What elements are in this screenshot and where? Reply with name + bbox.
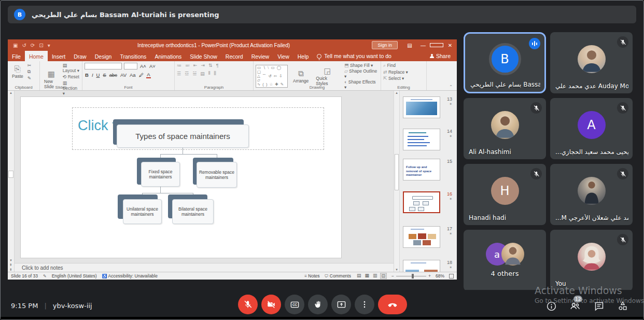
- shapes-palette[interactable]: ▭ ∖ ⧵ ▭ ◯ ▢ △ ⌒ ↺ ⇦ ⇩ ▱ ∿ ( ) ☆ ✚ ✎: [256, 65, 288, 88]
- highlight-button[interactable]: 🖉: [138, 72, 145, 78]
- scroll-up-icon[interactable]: ▴: [8, 91, 14, 95]
- undo-icon[interactable]: ↺: [22, 43, 26, 48]
- smartart-icon[interactable]: ⫼: [214, 71, 216, 76]
- columns-icon[interactable]: ⫴: [208, 71, 211, 76]
- chart-removable-box[interactable]: Removable space maintainers: [197, 162, 237, 188]
- tab-help[interactable]: Help: [293, 51, 313, 61]
- notes-toggle[interactable]: ≡ Notes: [304, 273, 319, 279]
- chart-fixed-box[interactable]: Fixed space maintainers: [141, 162, 180, 187]
- scroll-down-icon[interactable]: ▾: [394, 268, 399, 272]
- slideshow-view-icon[interactable]: ⊡: [380, 273, 387, 279]
- copy-icon[interactable]: ⧉: [27, 69, 32, 75]
- tile-aaraji[interactable]: ...M محمد علي شعلان الأعرجي: [550, 164, 633, 225]
- slide-canvas[interactable]: Click to Types of space maintainers: [20, 96, 342, 258]
- tab-transitions[interactable]: Transitions: [116, 51, 150, 61]
- tab-view[interactable]: View: [273, 51, 293, 61]
- grow-font-icon[interactable]: A˄: [139, 63, 147, 69]
- align-center-icon[interactable]: ☲: [185, 71, 189, 76]
- format-painter-icon[interactable]: ✎: [27, 76, 32, 81]
- tab-slideshow[interactable]: Slide Show: [186, 51, 221, 61]
- cut-icon[interactable]: ✂: [27, 63, 32, 68]
- tile-hajazi[interactable]: A ...ذراء يحيى محمد سعيد الحجازي: [550, 98, 633, 159]
- qat-dropdown-icon[interactable]: ▾: [48, 43, 50, 48]
- close-button[interactable]: ✕: [443, 43, 457, 48]
- quick-styles-button[interactable]: ◲ Quick Styles: [314, 66, 341, 87]
- font-size-box[interactable]: [124, 63, 137, 69]
- collapse-ribbon-icon[interactable]: ⌃: [445, 85, 457, 90]
- chart-bilateral-box[interactable]: Bilateral space maintainers: [172, 199, 214, 224]
- tile-ali[interactable]: Ali Al-hashimi: [464, 98, 546, 159]
- increase-indent-icon[interactable]: ⇥: [201, 63, 205, 68]
- tab-draw[interactable]: Draw: [69, 51, 91, 61]
- show-participants-button[interactable]: 12: [569, 300, 581, 312]
- chat-button[interactable]: [593, 300, 605, 312]
- zoom-level[interactable]: 68%: [436, 273, 444, 279]
- replace-button[interactable]: ⇄ Replace ▾: [383, 69, 424, 75]
- raise-hand-button[interactable]: [308, 295, 328, 314]
- scroll-up-icon[interactable]: ▴: [394, 91, 399, 95]
- notes-pane[interactable]: Click to add notes: [15, 263, 394, 272]
- sign-in-button[interactable]: Sign in: [372, 41, 398, 49]
- accessibility-status[interactable]: ♿ Accessibility: Unavailable: [102, 273, 158, 279]
- tab-animations[interactable]: Animations: [150, 51, 186, 61]
- thumbnail-slide-15[interactable]: Follow up and removal of space maintaine…: [403, 159, 452, 180]
- clear-formatting-button[interactable]: abc: [109, 72, 118, 78]
- restore-button[interactable]: [430, 43, 443, 48]
- view-buttons[interactable]: ▤ ▦ ▥ ⊡: [356, 273, 387, 279]
- tab-review[interactable]: Review: [247, 51, 273, 61]
- arrange-button[interactable]: ⧉ Arrange: [291, 69, 311, 84]
- spell-check-icon[interactable]: ✎: [43, 274, 47, 279]
- tile-others[interactable]: a 4 others: [464, 230, 546, 291]
- camera-off-button[interactable]: [261, 295, 281, 314]
- scrollbar-thumb[interactable]: [8, 171, 13, 178]
- mic-muted-button[interactable]: [238, 295, 258, 314]
- end-call-button[interactable]: [378, 295, 407, 314]
- thumbnail-scrollbar[interactable]: ▴ ▾: [394, 91, 400, 272]
- zoom-in-icon[interactable]: +: [428, 273, 431, 279]
- minimize-button[interactable]: —: [416, 43, 430, 48]
- quick-access-toolbar[interactable]: ▣ ↺ ⟳ ⊡ ▾: [8, 43, 55, 48]
- change-case-button[interactable]: Aa: [129, 72, 136, 78]
- shape-outline-button[interactable]: ▱ Shape Outline ▾: [344, 68, 379, 79]
- zoom-slider[interactable]: − +: [391, 273, 431, 279]
- bold-button[interactable]: B: [85, 72, 89, 78]
- tab-record[interactable]: Record: [221, 51, 247, 61]
- paste-button[interactable]: ⎘ Paste: [10, 64, 25, 79]
- thumbnail-slide-16-current[interactable]: 16 ✶: [403, 191, 452, 213]
- char-spacing-button[interactable]: AV: [120, 72, 127, 78]
- tell-me-box[interactable]: Tell me what you want to do: [313, 51, 396, 61]
- shrink-font-icon[interactable]: A˅: [149, 63, 156, 69]
- chart-root-box[interactable]: Types of space maintainers: [117, 124, 249, 148]
- present-screen-button[interactable]: [331, 295, 351, 314]
- scroll-down-icon[interactable]: ▾: [8, 258, 14, 262]
- tab-file[interactable]: File: [8, 51, 25, 61]
- layout-button[interactable]: ▤ Layout ▾: [63, 63, 80, 73]
- tile-auday[interactable]: عدي محمد علي Auday Mo...: [550, 32, 633, 93]
- find-button[interactable]: ⌕ Find: [383, 63, 424, 68]
- reset-button[interactable]: ⟲ Reset: [63, 74, 80, 79]
- shape-fill-button[interactable]: ⬒ Shape Fill ▾: [344, 63, 379, 68]
- scrollbar-thumb[interactable]: [395, 154, 399, 190]
- language-status[interactable]: English (United States): [52, 273, 97, 279]
- captions-button[interactable]: CC: [285, 295, 304, 314]
- chart-unilateral-box[interactable]: Unilateral space maintainers: [123, 199, 162, 224]
- tab-home[interactable]: Home: [25, 51, 48, 61]
- bullets-icon[interactable]: ≔: [177, 63, 181, 68]
- zoom-thumb[interactable]: [412, 274, 414, 279]
- align-right-icon[interactable]: ☱: [192, 71, 197, 76]
- tab-design[interactable]: Design: [91, 51, 116, 61]
- strikethrough-button[interactable]: S: [102, 72, 106, 78]
- align-left-icon[interactable]: ☰: [177, 71, 181, 76]
- thumbnail-slide-13[interactable]: 13 ✶: [403, 96, 452, 118]
- thumbnail-slide-17[interactable]: 17 ✶: [403, 226, 452, 248]
- zoom-out-icon[interactable]: −: [391, 273, 394, 279]
- slide-area-scrollbar[interactable]: ▴ ▾ ⇞ ⇟: [8, 91, 15, 272]
- select-button[interactable]: ⇱ Select ▾: [383, 76, 424, 81]
- numbering-icon[interactable]: ≕: [185, 63, 190, 68]
- reading-view-icon[interactable]: ▥: [372, 273, 379, 279]
- text-direction-icon[interactable]: ¶: [216, 63, 219, 68]
- thumbnail-slide-14[interactable]: 14 ✶: [403, 129, 452, 150]
- comments-toggle[interactable]: 🗩 Comments: [324, 273, 351, 279]
- tile-you[interactable]: You: [550, 230, 633, 291]
- meeting-details-button[interactable]: [545, 300, 557, 312]
